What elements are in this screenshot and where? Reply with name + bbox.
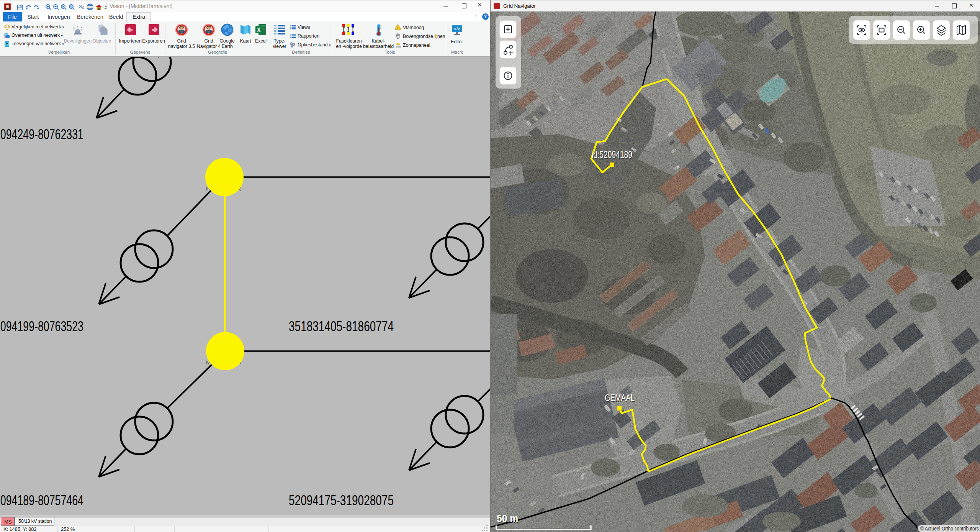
svg-text:351831405-81860774: 351831405-81860774 [289, 319, 394, 334]
svg-text:52094189-80757464: 52094189-80757464 [0, 493, 83, 508]
svg-text:id:52094189: id:52094189 [592, 149, 632, 160]
svg-text:</>: </> [454, 26, 460, 31]
svg-text:GEMAAL: GEMAAL [605, 393, 635, 403]
svg-text:© Actueel Ortho contributors: © Actueel Ortho contributors [920, 525, 979, 532]
svg-text:52094175-319028075: 52094175-319028075 [289, 493, 394, 508]
svg-text:52094199-80763523: 52094199-80763523 [0, 319, 83, 334]
svg-text:52094249-80762331: 52094249-80762331 [0, 126, 83, 142]
svg-text:50 m: 50 m [497, 512, 518, 524]
